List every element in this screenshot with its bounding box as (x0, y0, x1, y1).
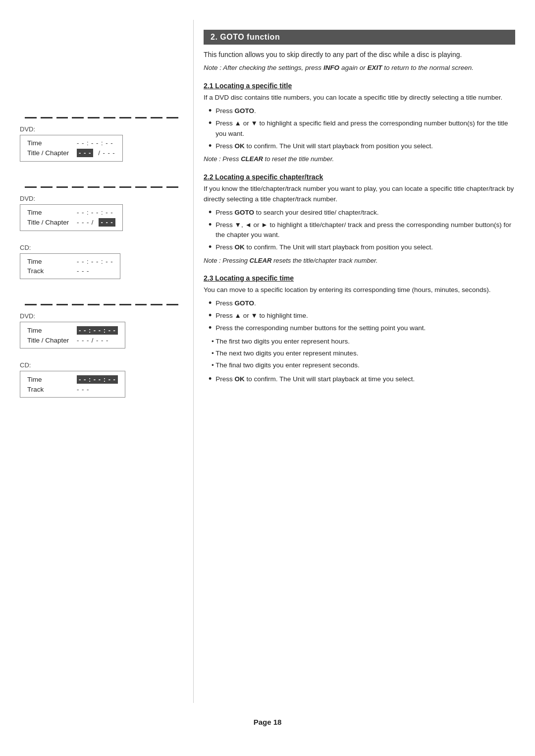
bullet-text: Press OK to confirm. The Unit will start… (215, 242, 515, 252)
osd-track-value-cd: - - - (77, 267, 89, 275)
osd-chapter-label-3: Title / Chapter (27, 337, 72, 344)
page-container: DVD: Time - - : - - : - - Title / Chapte… (0, 0, 535, 756)
osd-chapter-left-2: - - - / (77, 219, 94, 226)
bullet-text: Press GOTO to search your desired title/… (215, 208, 515, 218)
osd-time-label: Time (27, 139, 72, 147)
bullet-text: Press ▲ or ▼ to highlight a specific fie… (215, 118, 515, 139)
osd-time-label-cd-3: Time (27, 376, 72, 383)
osd-chapter-value-3: - - - / - - - (77, 337, 108, 344)
bullet-list-2-3-last: • Press OK to confirm. The Unit will sta… (209, 374, 515, 384)
note-2-1: Note : Press CLEAR to reset the title nu… (204, 154, 515, 164)
subsection-body-2-1: If a DVD disc contains title numbers, yo… (204, 93, 515, 103)
osd-time-value-2: - - : - - : - - (77, 209, 113, 216)
bullet-text: Press ▲ or ▼ to highlight time. (215, 311, 515, 321)
note-2-2: Note : Pressing CLEAR resets the title/c… (204, 256, 515, 266)
osd-title-label: Title / Chapter (27, 149, 72, 157)
bullet-item: • Press OK to confirm. The Unit will sta… (209, 242, 515, 252)
bullet-dot: • (209, 374, 212, 384)
osd-track-value-cd-3: - - - (77, 386, 89, 393)
device-label-cd-3: CD: (20, 361, 178, 369)
osd-box-2-1: Time - - : - - : - - Title / Chapter - -… (20, 135, 123, 162)
bullet-text: Press OK to confirm. The Unit will start… (215, 374, 515, 384)
section-2-1: 2.1 Locating a specific title If a DVD d… (204, 82, 515, 164)
osd-row-time-2-2-dvd: Time - - : - - : - - (27, 209, 115, 216)
bullet-dot: • (209, 311, 212, 321)
bullet-item: • Press ▲ or ▼ to highlight time. (209, 311, 515, 321)
bullet-dot: • (209, 208, 212, 218)
divider-3 (20, 300, 178, 305)
bullet-dot: • (209, 220, 212, 240)
osd-time-label-3: Time (27, 327, 72, 334)
osd-row-title-2-1: Title / Chapter - - - / - - - (27, 149, 115, 157)
osd-chapter-label-2: Title / Chapter (27, 219, 72, 226)
osd-chapter-right-2: - - - (99, 218, 115, 227)
bullet-text: Press the corresponding number buttons f… (215, 323, 515, 333)
osd-section-2-1: DVD: Time - - : - - : - - Title / Chapte… (20, 104, 178, 169)
device-label-cd-2: CD: (20, 244, 178, 251)
section-title: 2. GOTO function (204, 30, 515, 45)
osd-box-2-2-cd: Time - - : - - : - - Track - - - (20, 253, 120, 279)
bullet-item: • Press OK to confirm. The Unit will sta… (209, 374, 515, 384)
osd-section-2-2-cd: CD: Time - - : - - : - - Track - - - (20, 243, 178, 286)
section-2-3: 2.3 Locating a specific time You can mov… (204, 274, 515, 385)
divider-1 (20, 113, 178, 118)
subsection-title-2-2: 2.2 Locating a specific chapter/track (204, 173, 515, 181)
osd-row-track-2-3-cd: Track - - - (27, 386, 118, 393)
device-label-dvd-1: DVD: (20, 125, 178, 133)
device-label-dvd-3: DVD: (20, 312, 178, 320)
osd-time-label-cd: Time (27, 258, 72, 265)
bullet-dot: • (209, 323, 212, 333)
osd-track-label-cd: Track (27, 267, 72, 275)
osd-row-chapter-2-3-dvd: Title / Chapter - - - / - - - (27, 337, 118, 344)
bullet-item: • Press GOTO. (209, 106, 515, 116)
bullet-item: • Press GOTO. (209, 298, 515, 308)
subsection-body-2-3: You can move to a specific location by e… (204, 285, 515, 295)
osd-time-value-3: - - : - - : - - (77, 326, 118, 335)
bullet-text: Press OK to confirm. The Unit will start… (215, 141, 515, 151)
osd-section-2-3-cd: CD: Time - - : - - : - - Track - - - (20, 360, 178, 405)
intro-note: Note : After checking the settings, pres… (204, 63, 515, 73)
osd-row-time-2-3-dvd: Time - - : - - : - - (27, 326, 118, 335)
osd-time-value-cd: - - : - - : - - (77, 258, 113, 265)
osd-row-time-2-3-cd: Time - - : - - : - - (27, 375, 118, 384)
bullet-list-2-1: • Press GOTO. • Press ▲ or ▼ to highligh… (209, 106, 515, 151)
osd-row-time-2-1: Time - - : - - : - - (27, 139, 115, 147)
bullet-dot: • (209, 298, 212, 308)
bullet-dot: • (209, 242, 212, 252)
osd-section-2-2-dvd: DVD: Time - - : - - : - - Title / Chapte… (20, 174, 178, 238)
osd-box-2-3-dvd: Time - - : - - : - - Title / Chapter - -… (20, 322, 125, 349)
bullet-list-2-3: • Press GOTO. • Press ▲ or ▼ to highligh… (209, 298, 515, 334)
osd-row-track-2-2-cd: Track - - - (27, 267, 113, 275)
osd-box-2-2-dvd: Time - - : - - : - - Title / Chapter - -… (20, 204, 123, 231)
bullet-dot: • (209, 141, 212, 151)
osd-time-label-2: Time (27, 209, 72, 216)
bullet-item: • Press ▼, ◄ or ► to highlight a title/c… (209, 220, 515, 240)
bullet-item: • Press the corresponding number buttons… (209, 323, 515, 333)
osd-section-2-3-dvd: DVD: Time - - : - - : - - Title / Chapte… (20, 291, 178, 355)
bullet-dot: • (209, 118, 212, 139)
left-column: DVD: Time - - : - - : - - Title / Chapte… (0, 20, 193, 703)
device-label-dvd-2: DVD: (20, 195, 178, 202)
bullet-dot: • (209, 106, 212, 116)
bullet-text: Press GOTO. (215, 298, 515, 308)
bullet-item: • Press OK to confirm. The Unit will sta… (209, 141, 515, 151)
main-layout: DVD: Time - - : - - : - - Title / Chapte… (0, 20, 535, 703)
bullet-text: Press ▼, ◄ or ► to highlight a title/cha… (215, 220, 515, 240)
subsection-title-2-3: 2.3 Locating a specific time (204, 274, 515, 282)
osd-box-2-3-cd: Time - - : - - : - - Track - - - (20, 371, 125, 398)
sub-bullet-hours: • The first two digits you enter represe… (212, 337, 515, 347)
osd-chapter-value: / - - - (98, 149, 115, 157)
osd-track-label-cd-3: Track (27, 386, 72, 393)
osd-title-value: - - - (77, 149, 93, 157)
osd-time-value-cd-3: - - : - - : - - (77, 375, 118, 384)
osd-row-time-2-2-cd: Time - - : - - : - - (27, 258, 113, 265)
sub-bullet-minutes: • The next two digits you enter represen… (212, 349, 515, 358)
right-column: 2. GOTO function This function allows yo… (193, 20, 535, 703)
divider-2 (20, 182, 178, 188)
bullet-item: • Press GOTO to search your desired titl… (209, 208, 515, 218)
section-2-2: 2.2 Locating a specific chapter/track If… (204, 173, 515, 265)
page-number: Page 18 (0, 718, 535, 736)
bullet-text: Press GOTO. (215, 106, 515, 116)
bullet-list-2-2: • Press GOTO to search your desired titl… (209, 208, 515, 253)
osd-time-value: - - : - - : - - (77, 139, 113, 147)
